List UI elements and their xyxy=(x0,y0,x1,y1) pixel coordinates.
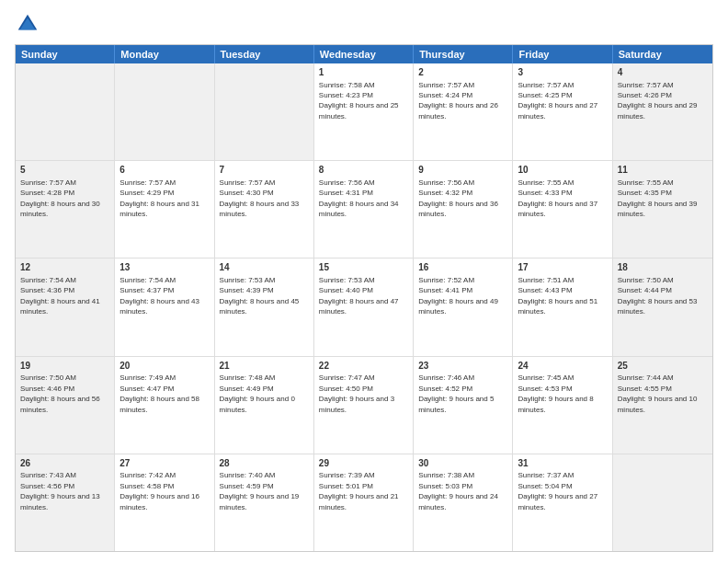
day-info: Sunrise: 7:52 AM Sunset: 4:41 PM Dayligh… xyxy=(418,276,498,316)
day-info: Sunrise: 7:57 AM Sunset: 4:28 PM Dayligh… xyxy=(20,178,100,218)
day-info: Sunrise: 7:50 AM Sunset: 4:44 PM Dayligh… xyxy=(618,276,698,316)
day-cell-11: 11Sunrise: 7:55 AM Sunset: 4:35 PM Dayli… xyxy=(613,161,712,258)
day-number: 18 xyxy=(618,261,708,274)
day-info: Sunrise: 7:51 AM Sunset: 4:43 PM Dayligh… xyxy=(518,276,597,316)
day-number: 5 xyxy=(20,164,109,177)
day-info: Sunrise: 7:57 AM Sunset: 4:30 PM Dayligh… xyxy=(220,178,300,218)
day-cell-29: 29Sunrise: 7:39 AM Sunset: 5:01 PM Dayli… xyxy=(314,454,414,551)
logo-icon xyxy=(15,11,40,37)
week-row-4: 19Sunrise: 7:50 AM Sunset: 4:46 PM Dayli… xyxy=(16,356,712,454)
day-number: 8 xyxy=(319,164,408,177)
day-cell-6: 6Sunrise: 7:57 AM Sunset: 4:29 PM Daylig… xyxy=(115,161,214,258)
header-day-tuesday: Tuesday xyxy=(215,45,314,63)
day-number: 31 xyxy=(518,457,607,470)
day-cell-7: 7Sunrise: 7:57 AM Sunset: 4:30 PM Daylig… xyxy=(215,161,314,258)
day-cell-21: 21Sunrise: 7:48 AM Sunset: 4:49 PM Dayli… xyxy=(215,357,314,454)
day-cell-15: 15Sunrise: 7:53 AM Sunset: 4:40 PM Dayli… xyxy=(314,259,414,355)
day-number: 22 xyxy=(319,360,408,373)
day-cell-3: 3Sunrise: 7:57 AM Sunset: 4:25 PM Daylig… xyxy=(513,63,612,160)
logo xyxy=(15,11,44,37)
day-number: 6 xyxy=(119,164,209,177)
day-cell-27: 27Sunrise: 7:42 AM Sunset: 4:58 PM Dayli… xyxy=(115,454,214,551)
day-number: 1 xyxy=(319,66,408,79)
day-number: 27 xyxy=(119,457,209,470)
day-cell-20: 20Sunrise: 7:49 AM Sunset: 4:47 PM Dayli… xyxy=(115,357,214,454)
day-info: Sunrise: 7:54 AM Sunset: 4:37 PM Dayligh… xyxy=(119,276,199,316)
header-day-thursday: Thursday xyxy=(414,45,513,63)
week-row-3: 12Sunrise: 7:54 AM Sunset: 4:36 PM Dayli… xyxy=(16,258,712,355)
empty-cell-0-1 xyxy=(115,63,214,160)
day-cell-5: 5Sunrise: 7:57 AM Sunset: 4:28 PM Daylig… xyxy=(16,161,115,258)
day-cell-25: 25Sunrise: 7:44 AM Sunset: 4:55 PM Dayli… xyxy=(613,357,712,454)
week-row-5: 26Sunrise: 7:43 AM Sunset: 4:56 PM Dayli… xyxy=(16,454,712,551)
empty-cell-4-6 xyxy=(613,454,712,551)
day-number: 30 xyxy=(418,457,507,470)
day-cell-28: 28Sunrise: 7:40 AM Sunset: 4:59 PM Dayli… xyxy=(215,454,314,551)
day-cell-22: 22Sunrise: 7:47 AM Sunset: 4:50 PM Dayli… xyxy=(314,357,414,454)
day-info: Sunrise: 7:54 AM Sunset: 4:36 PM Dayligh… xyxy=(20,276,100,316)
week-row-2: 5Sunrise: 7:57 AM Sunset: 4:28 PM Daylig… xyxy=(16,160,712,258)
day-info: Sunrise: 7:49 AM Sunset: 4:47 PM Dayligh… xyxy=(119,373,199,413)
day-number: 10 xyxy=(518,164,607,177)
day-info: Sunrise: 7:50 AM Sunset: 4:46 PM Dayligh… xyxy=(20,373,100,413)
day-info: Sunrise: 7:39 AM Sunset: 5:01 PM Dayligh… xyxy=(319,471,399,511)
day-info: Sunrise: 7:44 AM Sunset: 4:55 PM Dayligh… xyxy=(618,373,698,413)
calendar: SundayMondayTuesdayWednesdayThursdayFrid… xyxy=(15,44,713,552)
day-number: 23 xyxy=(418,360,507,373)
header-day-monday: Monday xyxy=(115,45,214,63)
day-info: Sunrise: 7:43 AM Sunset: 4:56 PM Dayligh… xyxy=(20,471,100,511)
day-number: 25 xyxy=(618,360,708,373)
calendar-body: 1Sunrise: 7:58 AM Sunset: 4:23 PM Daylig… xyxy=(16,63,712,551)
day-number: 28 xyxy=(220,457,309,470)
day-cell-16: 16Sunrise: 7:52 AM Sunset: 4:41 PM Dayli… xyxy=(414,259,513,355)
day-info: Sunrise: 7:58 AM Sunset: 4:23 PM Dayligh… xyxy=(319,81,399,121)
day-cell-9: 9Sunrise: 7:56 AM Sunset: 4:32 PM Daylig… xyxy=(414,161,513,258)
empty-cell-0-0 xyxy=(16,63,115,160)
day-cell-31: 31Sunrise: 7:37 AM Sunset: 5:04 PM Dayli… xyxy=(513,454,612,551)
day-number: 4 xyxy=(618,66,708,79)
header-day-saturday: Saturday xyxy=(613,45,712,63)
day-info: Sunrise: 7:40 AM Sunset: 4:59 PM Dayligh… xyxy=(220,471,300,511)
day-number: 29 xyxy=(319,457,408,470)
day-info: Sunrise: 7:53 AM Sunset: 4:40 PM Dayligh… xyxy=(319,276,399,316)
day-info: Sunrise: 7:57 AM Sunset: 4:29 PM Dayligh… xyxy=(119,178,199,218)
day-info: Sunrise: 7:47 AM Sunset: 4:50 PM Dayligh… xyxy=(319,373,394,413)
day-number: 24 xyxy=(518,360,607,373)
day-number: 20 xyxy=(119,360,209,373)
day-info: Sunrise: 7:57 AM Sunset: 4:26 PM Dayligh… xyxy=(618,81,698,121)
day-cell-13: 13Sunrise: 7:54 AM Sunset: 4:37 PM Dayli… xyxy=(115,259,214,355)
empty-cell-0-2 xyxy=(215,63,314,160)
day-cell-1: 1Sunrise: 7:58 AM Sunset: 4:23 PM Daylig… xyxy=(314,63,414,160)
day-cell-17: 17Sunrise: 7:51 AM Sunset: 4:43 PM Dayli… xyxy=(513,259,612,355)
day-cell-14: 14Sunrise: 7:53 AM Sunset: 4:39 PM Dayli… xyxy=(215,259,314,355)
day-number: 16 xyxy=(418,261,507,274)
day-info: Sunrise: 7:56 AM Sunset: 4:31 PM Dayligh… xyxy=(319,178,399,218)
day-number: 21 xyxy=(220,360,309,373)
day-info: Sunrise: 7:56 AM Sunset: 4:32 PM Dayligh… xyxy=(418,178,498,218)
day-info: Sunrise: 7:57 AM Sunset: 4:25 PM Dayligh… xyxy=(518,81,597,121)
page: SundayMondayTuesdayWednesdayThursdayFrid… xyxy=(0,0,728,563)
day-info: Sunrise: 7:45 AM Sunset: 4:53 PM Dayligh… xyxy=(518,373,593,413)
day-cell-12: 12Sunrise: 7:54 AM Sunset: 4:36 PM Dayli… xyxy=(16,259,115,355)
day-cell-24: 24Sunrise: 7:45 AM Sunset: 4:53 PM Dayli… xyxy=(513,357,612,454)
day-number: 17 xyxy=(518,261,607,274)
day-info: Sunrise: 7:55 AM Sunset: 4:35 PM Dayligh… xyxy=(618,178,698,218)
day-number: 3 xyxy=(518,66,607,79)
day-info: Sunrise: 7:42 AM Sunset: 4:58 PM Dayligh… xyxy=(119,471,199,511)
day-cell-23: 23Sunrise: 7:46 AM Sunset: 4:52 PM Dayli… xyxy=(414,357,513,454)
day-info: Sunrise: 7:46 AM Sunset: 4:52 PM Dayligh… xyxy=(418,373,494,413)
day-info: Sunrise: 7:38 AM Sunset: 5:03 PM Dayligh… xyxy=(418,471,498,511)
day-number: 26 xyxy=(20,457,109,470)
day-number: 14 xyxy=(220,261,309,274)
header xyxy=(15,11,713,37)
day-cell-10: 10Sunrise: 7:55 AM Sunset: 4:33 PM Dayli… xyxy=(513,161,612,258)
header-day-wednesday: Wednesday xyxy=(314,45,414,63)
day-number: 11 xyxy=(618,164,708,177)
day-cell-18: 18Sunrise: 7:50 AM Sunset: 4:44 PM Dayli… xyxy=(613,259,712,355)
day-cell-8: 8Sunrise: 7:56 AM Sunset: 4:31 PM Daylig… xyxy=(314,161,414,258)
day-number: 2 xyxy=(418,66,507,79)
header-day-sunday: Sunday xyxy=(16,45,115,63)
day-cell-19: 19Sunrise: 7:50 AM Sunset: 4:46 PM Dayli… xyxy=(16,357,115,454)
day-info: Sunrise: 7:37 AM Sunset: 5:04 PM Dayligh… xyxy=(518,471,597,511)
day-cell-2: 2Sunrise: 7:57 AM Sunset: 4:24 PM Daylig… xyxy=(414,63,513,160)
